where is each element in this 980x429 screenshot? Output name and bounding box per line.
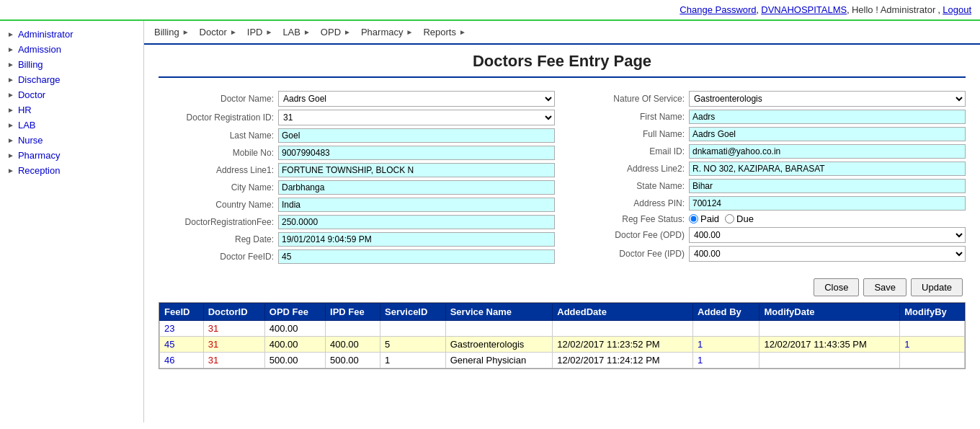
table-cell [445,321,553,337]
state-name-row: State Name: [569,179,966,193]
nav-lab-arrow: ► [303,28,311,36]
sidebar-label-reception: Reception [18,165,61,176]
sidebar-label-nurse: Nurse [18,135,43,146]
doctor-fee-ipd-select[interactable]: 400.00 [689,246,966,262]
col-header-feeid: FeeID [160,304,204,321]
nav-reports-label: Reports [423,27,456,37]
reg-fee-status-due-radio[interactable] [725,214,734,224]
last-name-input[interactable] [278,128,555,143]
doctor-reg-fee-input[interactable] [278,215,555,229]
email-id-input[interactable] [689,144,966,159]
doctor-reg-fee-row: DoctorRegistrationFee: [159,215,555,229]
sidebar-arrow-billing: ► [7,61,14,68]
full-name-input[interactable] [689,127,966,141]
doctor-reg-id-select[interactable]: 31 [278,110,555,125]
reg-date-input[interactable] [278,232,555,247]
sidebar-arrow-pharmacy: ► [7,151,14,159]
sidebar-item-discharge[interactable]: ► Discharge [3,72,141,87]
email-id-label: Email ID: [569,146,685,156]
reg-fee-status-due-text: Due [736,213,754,224]
country-name-input[interactable] [278,198,555,212]
sidebar-item-reception[interactable]: ► Reception [3,163,141,178]
mobile-no-row: Mobile No: [159,146,555,160]
country-name-row: Country Name: [159,198,555,212]
close-button[interactable]: Close [814,278,859,296]
sidebar-item-hr[interactable]: ► HR [3,102,141,118]
sidebar-label-doctor: Doctor [18,89,45,100]
mobile-no-input[interactable] [278,146,555,160]
col-header-addeddate: AddedDate [553,304,693,321]
form-left: Doctor Name: Aadrs Goel Doctor Registrat… [159,91,555,267]
sidebar-item-billing[interactable]: ► Billing [3,57,141,72]
doctor-fee-opd-select[interactable]: 400.00 [689,227,966,243]
table-cell [326,321,380,337]
nav-doctor[interactable]: Doctor ► [197,25,240,39]
table-row[interactable]: 4631500.00500.001General Physician12/02/… [160,353,965,368]
nav-ipd[interactable]: IPD ► [244,25,276,39]
nav-opd-label: OPD [321,27,341,37]
sidebar-item-pharmacy[interactable]: ► Pharmacy [3,148,141,163]
reg-fee-status-group: Paid Due [689,213,966,224]
reg-date-label: Reg Date: [159,234,274,244]
nav-billing[interactable]: Billing ► [151,25,192,39]
doctor-fee-id-input[interactable] [278,249,555,264]
doctor-name-label: Doctor Name: [159,94,274,104]
first-name-label: First Name: [569,112,685,122]
email-id-row: Email ID: [569,144,966,159]
table-cell: 1 [900,337,965,353]
sidebar-item-administrator[interactable]: ► Administrator [3,27,141,42]
nav-lab[interactable]: LAB ► [280,25,313,39]
mobile-no-label: Mobile No: [159,148,274,158]
table-cell: Gastroenterologis [445,337,553,353]
first-name-input[interactable] [689,110,966,124]
nav-opd[interactable]: OPD ► [318,25,354,39]
table-cell: 12/02/2017 11:43:35 PM [760,337,900,353]
reg-fee-status-paid-label[interactable]: Paid [689,213,719,224]
doctor-reg-fee-label: DoctorRegistrationFee: [159,217,274,227]
col-header-modifydate: ModifyDate [760,304,900,321]
doctor-fee-opd-row: Doctor Fee (OPD) 400.00 [569,227,966,243]
nav-reports[interactable]: Reports ► [420,25,468,39]
sidebar-label-admission: Admission [18,44,61,55]
col-header-opdfee: OPD Fee [264,304,325,321]
logout-link[interactable]: Logout [943,4,971,15]
reg-fee-status-label: Reg Fee Status: [569,214,685,224]
nav-bar: Billing ► Doctor ► IPD ► LAB ► OPD ► Pha… [144,21,980,45]
table-cell: 31 [203,321,264,337]
sidebar-item-admission[interactable]: ► Admission [3,42,141,57]
reg-date-row: Reg Date: [159,232,555,247]
update-button[interactable]: Update [911,278,963,296]
doctor-fee-ipd-label: Doctor Fee (IPD) [569,249,685,259]
sidebar-item-doctor[interactable]: ► Doctor [3,87,141,102]
table-container: FeeID DoctorID OPD Fee IPD Fee ServiceID… [159,302,966,369]
sidebar: ► Administrator ► Admission ► Billing ► … [0,21,144,423]
nature-of-service-select[interactable]: Gastroenterologis [689,91,966,107]
form-area: Doctor Name: Aadrs Goel Doctor Registrat… [159,87,966,271]
table-row[interactable]: 2331400.00 [160,321,965,337]
state-name-input[interactable] [689,179,966,193]
nav-lab-label: LAB [282,27,300,37]
doctor-name-select[interactable]: Aadrs Goel [278,91,555,107]
nav-opd-arrow: ► [344,28,351,36]
address-line2-input[interactable] [689,162,966,176]
address-line1-input[interactable] [278,163,555,177]
greeting-text: Hello ! Administrator [852,4,935,15]
change-password-link[interactable]: Change Password [680,4,756,15]
doctor-fee-opd-label: Doctor Fee (OPD) [569,230,685,240]
table-row[interactable]: 4531400.00400.005Gastroenterologis12/02/… [160,337,965,353]
table-cell [553,321,693,337]
sidebar-item-nurse[interactable]: ► Nurse [3,133,141,148]
address-pin-input[interactable] [689,196,966,211]
address-pin-label: Address PIN: [569,198,685,208]
col-header-doctorid: DoctorID [203,304,264,321]
last-name-row: Last Name: [159,128,555,143]
nav-pharmacy[interactable]: Pharmacy ► [358,25,416,39]
reg-fee-status-due-label[interactable]: Due [725,213,754,224]
reg-fee-status-paid-radio[interactable] [689,214,698,224]
hospital-link[interactable]: DVNAHOSPITALMS [761,4,847,15]
city-name-input[interactable] [278,180,555,195]
nav-reports-arrow: ► [459,28,466,36]
doctor-fee-id-label: Doctor FeeID: [159,252,274,262]
save-button[interactable]: Save [863,278,906,296]
sidebar-item-lab[interactable]: ► LAB [3,118,141,133]
